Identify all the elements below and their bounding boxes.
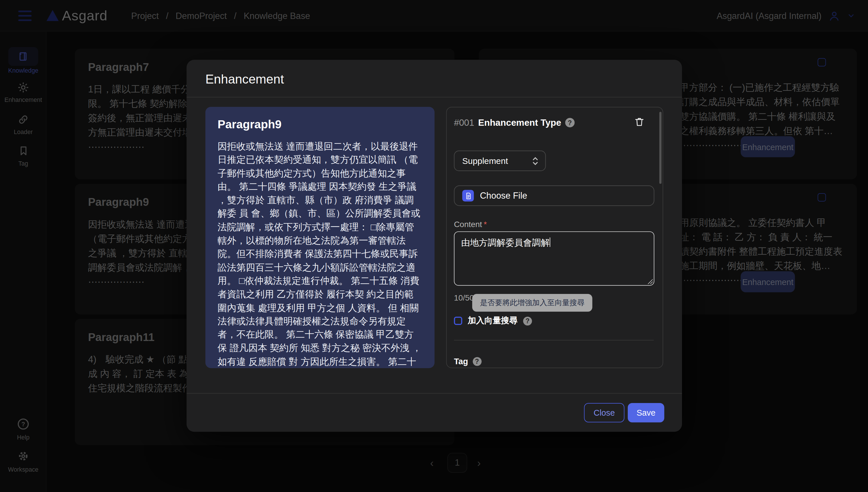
form-divider bbox=[454, 340, 653, 340]
tag-section: Tag ? bbox=[454, 356, 481, 366]
required-asterisk: * bbox=[483, 220, 487, 229]
text-cursor bbox=[550, 238, 550, 247]
content-field-label: Content* bbox=[454, 220, 487, 229]
enhancement-form-panel: #001 Enhancement Type ? Supplement Choos… bbox=[446, 107, 663, 368]
modal-header-divider bbox=[187, 97, 682, 97]
close-button[interactable]: Close bbox=[584, 403, 625, 422]
vector-search-row: 加入向量搜尋 ? bbox=[454, 316, 532, 326]
save-button[interactable]: Save bbox=[628, 403, 664, 422]
choose-file-label: Choose File bbox=[480, 191, 527, 201]
vector-search-tooltip: 是否要將此增強加入至向量搜尋 bbox=[472, 294, 592, 312]
enhancement-modal: Enhancement Paragraph9 因拒收或無法送 達而遭退回二次者，… bbox=[187, 60, 682, 432]
select-chevrons-icon bbox=[532, 155, 539, 167]
item-title: Enhancement Type bbox=[478, 117, 561, 128]
help-circle-icon[interactable]: ? bbox=[565, 118, 575, 127]
vector-search-label: 加入向量搜尋 bbox=[468, 316, 518, 326]
help-circle-icon[interactable]: ? bbox=[523, 316, 532, 325]
help-circle-icon[interactable]: ? bbox=[472, 357, 481, 366]
source-paragraph-panel: Paragraph9 因拒收或無法送 達而遭退回二次者，以最後退件日推定已依本契… bbox=[205, 107, 434, 368]
modal-footer-divider bbox=[187, 393, 682, 394]
source-paragraph-title: Paragraph9 bbox=[218, 118, 423, 131]
selected-type-value: Supplement bbox=[462, 156, 508, 166]
content-textarea[interactable]: 由地方調解委員會調解 bbox=[454, 231, 654, 286]
modal-title: Enhancement bbox=[205, 72, 284, 87]
file-icon bbox=[462, 190, 474, 201]
scrollbar-thumb[interactable] bbox=[659, 112, 662, 184]
app-window: Asgard Project / DemoProject / Knowledge… bbox=[0, 0, 868, 492]
source-paragraph-text: 因拒收或無法送 達而遭退回二次者，以最後退件日推定已依本契約受通知，雙方仍宜以簡… bbox=[218, 140, 423, 368]
resize-handle-icon[interactable] bbox=[647, 278, 652, 284]
content-value: 由地方調解委員會調解 bbox=[461, 238, 550, 247]
tag-label: Tag bbox=[454, 356, 468, 366]
vector-search-checkbox[interactable] bbox=[454, 317, 462, 325]
enhancement-type-select[interactable]: Supplement bbox=[454, 151, 546, 171]
item-number: #001 bbox=[454, 117, 474, 128]
delete-enhancement-icon[interactable] bbox=[634, 116, 645, 127]
choose-file-button[interactable]: Choose File bbox=[454, 186, 654, 206]
enhancement-item-header: #001 Enhancement Type ? bbox=[454, 117, 574, 128]
